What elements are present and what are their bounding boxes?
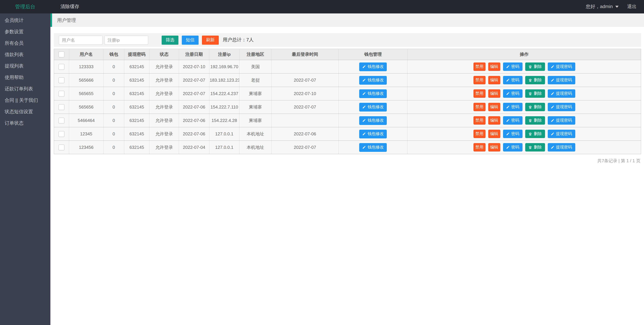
sidebar-item[interactable]: 使用帮助 <box>0 72 50 83</box>
withdraw-password-button[interactable]: 提现密码 <box>548 130 575 138</box>
user-menu[interactable]: 您好，admin <box>586 4 618 10</box>
register-ip-input[interactable] <box>104 36 148 44</box>
username-input[interactable] <box>59 36 102 44</box>
pencil-icon <box>362 146 366 149</box>
delete-button[interactable]: 删除 <box>525 103 545 111</box>
sidebar-item[interactable]: 还款订单列表 <box>0 83 50 94</box>
col-last-login: 最后登录时间 <box>271 49 338 60</box>
password-button[interactable]: 密码 <box>503 130 522 138</box>
filter-button[interactable]: 筛选 <box>162 36 178 44</box>
withdraw-password-button[interactable]: 提现密码 <box>548 143 575 152</box>
wallet-edit-button[interactable]: 钱包修改 <box>359 62 387 71</box>
wallet-edit-label: 钱包修改 <box>368 64 384 70</box>
table-row: 123456 0 632145 允许登录 2022-07-04 127.0.0.… <box>54 140 641 154</box>
row-checkbox[interactable] <box>58 118 64 124</box>
cell-username: 5466464 <box>69 114 103 127</box>
edit-button[interactable]: 编辑 <box>488 76 500 84</box>
delete-button[interactable]: 删除 <box>525 89 545 98</box>
password-button[interactable]: 密码 <box>503 62 522 71</box>
wallet-edit-label: 钱包修改 <box>368 144 384 150</box>
sidebar-item[interactable]: 所有会员 <box>0 37 50 49</box>
row-checkbox[interactable] <box>58 131 64 137</box>
sidebar-item-label: 状态短信设置 <box>5 109 33 114</box>
withdraw-password-button[interactable]: 提现密码 <box>548 103 575 111</box>
disable-button[interactable]: 禁用 <box>473 103 486 111</box>
sidebar-item[interactable]: 状态短信设置 <box>0 106 50 117</box>
cell-reg-ip: 183.182.123.232 <box>209 74 240 87</box>
clear-cache-button[interactable]: 清除缓存 <box>60 4 79 10</box>
delete-label: 删除 <box>534 118 542 123</box>
disable-button[interactable]: 禁用 <box>473 143 486 152</box>
row-checkbox[interactable] <box>58 104 64 110</box>
sidebar-item[interactable]: 借款列表 <box>0 49 50 60</box>
edit-button[interactable]: 编辑 <box>488 62 500 71</box>
wallet-edit-button[interactable]: 钱包修改 <box>359 89 387 98</box>
disable-button[interactable]: 禁用 <box>473 116 486 125</box>
withdraw-password-label: 提现密码 <box>556 118 572 123</box>
sidebar-item[interactable]: 会员统计 <box>0 14 50 26</box>
password-button[interactable]: 密码 <box>503 116 522 125</box>
wallet-edit-button[interactable]: 钱包修改 <box>359 102 387 111</box>
col-reg-ip: 注册ip <box>209 49 240 60</box>
logout-button[interactable]: 退出 <box>627 4 636 10</box>
disable-button[interactable]: 禁用 <box>473 76 486 84</box>
col-status: 状态 <box>149 49 179 60</box>
password-button[interactable]: 密码 <box>503 76 522 84</box>
wallet-edit-label: 钱包修改 <box>368 104 384 110</box>
refresh-button[interactable]: 刷新 <box>202 36 219 44</box>
delete-button[interactable]: 删除 <box>525 62 545 71</box>
sidebar-item[interactable]: 合同 || 关于我们 <box>0 94 50 106</box>
col-withdraw-password: 提现密码 <box>124 49 149 60</box>
withdraw-password-button[interactable]: 提现密码 <box>548 116 575 125</box>
delete-button[interactable]: 删除 <box>525 130 545 138</box>
password-button[interactable]: 密码 <box>503 103 522 111</box>
disable-button[interactable]: 禁用 <box>473 130 486 138</box>
pencil-icon <box>550 105 554 109</box>
edit-button[interactable]: 编辑 <box>488 103 500 111</box>
delete-button[interactable]: 删除 <box>525 76 545 84</box>
trash-icon <box>528 92 532 96</box>
cell-reg-area: 老挝 <box>240 74 271 87</box>
wallet-edit-button[interactable]: 钱包修改 <box>359 130 387 138</box>
trash-icon <box>528 78 532 82</box>
cell-reg-date: 2022-07-06 <box>179 100 209 114</box>
cell-reg-area: 柬埔寨 <box>240 100 271 114</box>
delete-button[interactable]: 删除 <box>525 116 545 125</box>
edit-button[interactable]: 编辑 <box>488 143 500 152</box>
cell-status: 允许登录 <box>149 100 179 114</box>
row-checkbox[interactable] <box>58 77 64 83</box>
withdraw-password-button[interactable]: 提现密码 <box>548 62 575 71</box>
edit-button[interactable]: 编辑 <box>488 89 500 98</box>
edit-button[interactable]: 编辑 <box>488 116 500 125</box>
password-button[interactable]: 密码 <box>503 89 522 98</box>
withdraw-password-label: 提现密码 <box>556 77 572 83</box>
select-all-checkbox[interactable] <box>58 52 64 58</box>
withdraw-password-button[interactable]: 提现密码 <box>548 89 575 98</box>
password-button[interactable]: 密码 <box>503 143 522 152</box>
pencil-icon <box>506 132 510 136</box>
cell-last-login: 2022-07-10 <box>271 87 338 100</box>
disable-button[interactable]: 禁用 <box>473 62 486 71</box>
withdraw-password-button[interactable]: 提现密码 <box>548 76 575 84</box>
delete-button[interactable]: 删除 <box>525 143 545 152</box>
wallet-edit-button[interactable]: 钱包修改 <box>359 76 387 84</box>
wallet-edit-label: 钱包修改 <box>368 77 384 83</box>
edit-button[interactable]: 编辑 <box>488 130 500 138</box>
sidebar-item[interactable]: 提现列表 <box>0 60 50 72</box>
row-checkbox[interactable] <box>58 90 64 96</box>
sidebar-menu: 会员统计 参数设置 所有会员 借款列表 提现列表 使用帮助 还款订单列表 合同 … <box>0 14 50 325</box>
trash-icon <box>528 118 532 122</box>
row-checkbox[interactable] <box>58 144 64 150</box>
row-checkbox[interactable] <box>58 64 64 70</box>
cell-last-login: 2022-07-07 <box>271 74 338 87</box>
withdraw-password-label: 提现密码 <box>556 144 572 150</box>
disable-button[interactable]: 禁用 <box>473 89 486 98</box>
cell-wallet: 0 <box>103 140 124 154</box>
sidebar-item[interactable]: 参数设置 <box>0 26 50 37</box>
sms-button[interactable]: 短信 <box>182 36 198 44</box>
sidebar-item[interactable]: 订单状态 <box>0 117 50 129</box>
pencil-icon <box>506 78 510 82</box>
wallet-edit-button[interactable]: 钱包修改 <box>359 143 387 152</box>
wallet-edit-button[interactable]: 钱包修改 <box>359 116 387 125</box>
cell-status: 允许登录 <box>149 74 179 87</box>
